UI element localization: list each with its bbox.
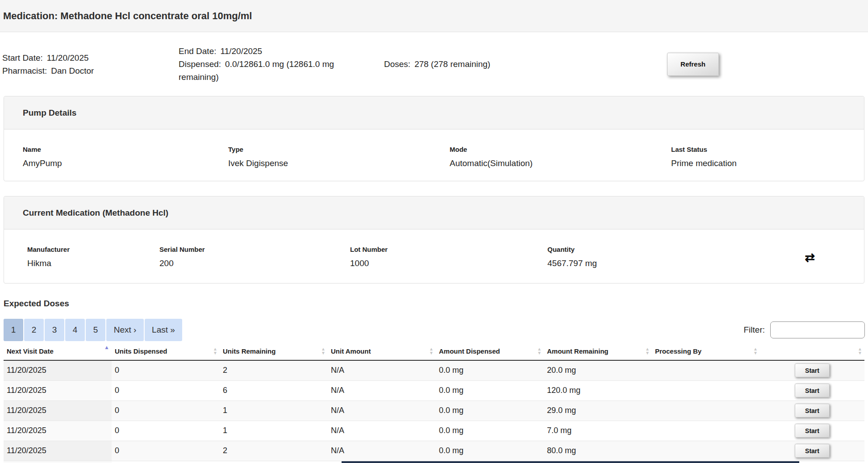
column-label: Processing By <box>655 347 701 355</box>
end-date-value: 11/20/2025 <box>221 46 263 56</box>
cell-amount-dispensed: 0.0 mg <box>436 421 544 441</box>
column-label: Unit Amount <box>331 347 371 355</box>
filter-input[interactable] <box>770 321 865 338</box>
cell-units-remaining: 6 <box>220 380 328 400</box>
swap-horizontal-icon[interactable]: ⇄ <box>805 250 815 265</box>
serial-number-value: 200 <box>159 257 350 269</box>
page-title: Medication: Methadone Hcl concentrate or… <box>3 10 252 22</box>
pump-name-label: Name <box>23 146 228 154</box>
cell-units-dispensed: 0 <box>112 360 220 380</box>
column-header-processing-by[interactable]: Processing By ▲▼ <box>652 342 760 360</box>
cell-units-remaining: 1 <box>220 400 328 421</box>
cell-amount-remaining: 29.0 mg <box>544 400 652 421</box>
sort-icon: ▲▼ <box>858 347 862 355</box>
column-label: Next Visit Date <box>7 347 54 355</box>
cell-amount-remaining: 120.0 mg <box>544 380 652 400</box>
cell-action: Start <box>760 380 864 400</box>
cell-processing-by <box>652 400 760 421</box>
pump-last-status-field: Last Status Prime medication <box>671 146 864 169</box>
cell-action: Start <box>760 441 864 461</box>
doses-value: 278 (278 remaining) <box>414 59 490 69</box>
manufacturer-field: Manufacturer Hikma <box>27 246 159 269</box>
cell-amount-dispensed: 0.0 mg <box>436 400 544 421</box>
pump-mode-field: Mode Automatic(Simulation) <box>450 146 671 169</box>
page-button-next[interactable]: Next › <box>106 319 144 341</box>
quantity-field: Quantity 4567.797 mg <box>547 246 789 269</box>
expected-doses-table: Next Visit Date ▲ Units Dispensed ▲▼ Uni… <box>4 342 864 463</box>
summary-col-doses: Doses:278 (278 remaining) <box>384 58 667 71</box>
summary-col-dates: Start Date:11/20/2025 Pharmacist:Dan Doc… <box>0 51 179 77</box>
cell-amount-remaining: 7.0 mg <box>544 421 652 441</box>
column-label: Amount Remaining <box>547 347 609 355</box>
sort-icon: ▲▼ <box>321 347 326 355</box>
column-label: Units Dispensed <box>115 347 167 355</box>
dispensed-row: Dispensed:0.0/12861.0 mg (12861.0 mg rem… <box>179 58 356 83</box>
cell-processing-by <box>652 380 760 400</box>
medication-summary: Start Date:11/20/2025 Pharmacist:Dan Doc… <box>0 32 868 96</box>
pump-details-title: Pump Details <box>23 107 864 119</box>
start-button[interactable]: Start <box>795 424 830 438</box>
pump-details-panel: Pump Details Name AmyPump Type Ivek Digi… <box>4 96 864 181</box>
column-header-amount-dispensed[interactable]: Amount Dispensed ▲▼ <box>436 342 544 360</box>
current-medication-body: Manufacturer Hikma Serial Number 200 Lot… <box>4 229 864 283</box>
cell-units-remaining: 2 <box>220 441 328 461</box>
cell-processing-by <box>652 360 760 380</box>
column-label: Units Remaining <box>223 347 275 355</box>
start-button[interactable]: Start <box>795 363 830 377</box>
page-button-4[interactable]: 4 <box>65 319 85 341</box>
pharmacist-row: Pharmacist:Dan Doctor <box>2 64 179 77</box>
table-row: 11/20/2025 0 1 N/A 0.0 mg 7.0 mg Start <box>4 421 864 441</box>
sort-ascending-active-icon: ▲ <box>104 344 109 350</box>
start-date-value: 11/20/2025 <box>47 53 89 63</box>
pump-type-label: Type <box>228 146 450 154</box>
end-date-row: End Date:11/20/2025 <box>179 45 356 58</box>
end-date-label: End Date: <box>179 46 217 56</box>
page-button-2[interactable]: 2 <box>24 319 44 341</box>
page-button-3[interactable]: 3 <box>45 319 64 341</box>
start-button[interactable]: Start <box>795 384 830 397</box>
refresh-button[interactable]: Refresh <box>667 53 719 76</box>
sort-icon: ▲▼ <box>213 347 217 355</box>
lot-number-value: 1000 <box>350 257 547 269</box>
column-header-units-remaining[interactable]: Units Remaining ▲▼ <box>220 342 328 360</box>
cell <box>112 461 220 463</box>
column-header-units-dispensed[interactable]: Units Dispensed ▲▼ <box>112 342 220 360</box>
pump-type-field: Type Ivek Digispense <box>228 146 450 169</box>
cell-unit-amount: N/A <box>328 441 436 461</box>
cell <box>220 461 328 463</box>
cell-next-visit-date: 11/20/2025 <box>4 400 112 421</box>
filter-label: Filter: <box>744 325 765 335</box>
cell-unit-amount: N/A <box>328 400 436 421</box>
table-header-row: Next Visit Date ▲ Units Dispensed ▲▼ Uni… <box>4 342 864 360</box>
page-button-1[interactable]: 1 <box>4 319 23 341</box>
pump-details-header: Pump Details <box>4 96 864 129</box>
column-label: Amount Dispensed <box>439 347 500 355</box>
column-header-amount-remaining[interactable]: Amount Remaining ▲▼ <box>544 342 652 360</box>
start-button[interactable]: Start <box>795 444 830 458</box>
lot-number-field: Lot Number 1000 <box>350 246 547 269</box>
serial-number-label: Serial Number <box>159 246 350 254</box>
current-medication-panel: Current Medication (Methadone Hcl) Manuf… <box>4 196 864 284</box>
cell-processing-by <box>652 441 760 461</box>
cell-units-remaining: 2 <box>220 360 328 380</box>
page-button-last[interactable]: Last » <box>145 319 182 341</box>
expected-doses-title: Expected Doses <box>4 297 868 309</box>
sort-icon: ▲▼ <box>753 347 758 355</box>
column-header-actions[interactable]: ▲▼ <box>760 342 864 360</box>
cell-amount-dispensed: 0.0 mg <box>436 360 544 380</box>
cell-processing-by <box>652 421 760 441</box>
pump-last-status-label: Last Status <box>671 146 864 154</box>
cell-next-visit-date: 11/20/2025 <box>4 360 112 380</box>
pump-mode-value: Automatic(Simulation) <box>450 157 671 169</box>
page-button-5[interactable]: 5 <box>86 319 105 341</box>
pump-name-value: AmyPump <box>23 157 228 169</box>
pharmacist-value: Dan Doctor <box>51 66 94 75</box>
start-button[interactable]: Start <box>795 404 830 417</box>
cell-units-dispensed: 0 <box>112 441 220 461</box>
pagination: 1 2 3 4 5 Next › Last » <box>4 319 182 341</box>
horizontal-scrollbar-thumb[interactable] <box>342 461 799 463</box>
column-header-unit-amount[interactable]: Unit Amount ▲▼ <box>328 342 436 360</box>
column-header-next-visit-date[interactable]: Next Visit Date ▲ <box>4 342 112 360</box>
cell-unit-amount: N/A <box>328 360 436 380</box>
pump-details-body: Name AmyPump Type Ivek Digispense Mode A… <box>4 129 864 181</box>
